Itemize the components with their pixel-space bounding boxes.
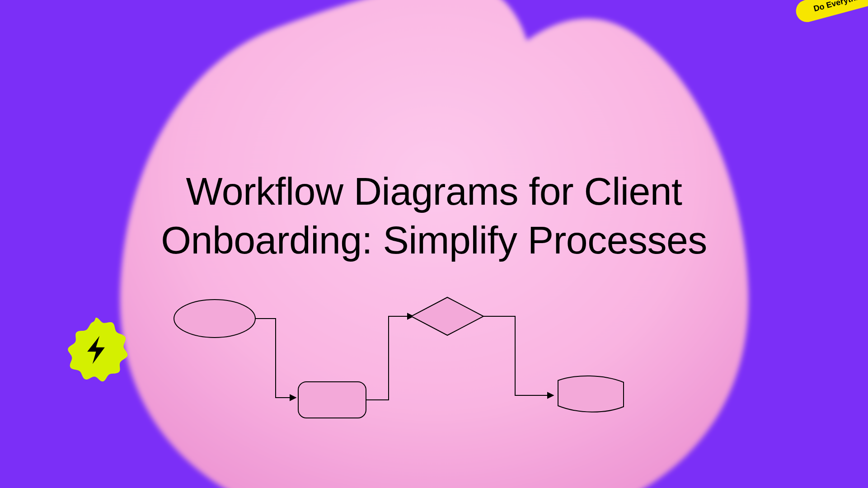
flow-node-decision xyxy=(411,297,483,335)
flow-node-terminator xyxy=(174,300,255,338)
tag-badge-label: Do Everything xyxy=(812,0,868,13)
flow-node-document xyxy=(558,376,624,412)
flow-node-process xyxy=(298,382,366,418)
flowchart-illustration xyxy=(172,294,646,429)
lightning-badge xyxy=(61,314,131,384)
page-title: Workflow Diagrams for Client Onboarding:… xyxy=(118,167,751,264)
tag-badge: Do Everything xyxy=(793,0,868,24)
